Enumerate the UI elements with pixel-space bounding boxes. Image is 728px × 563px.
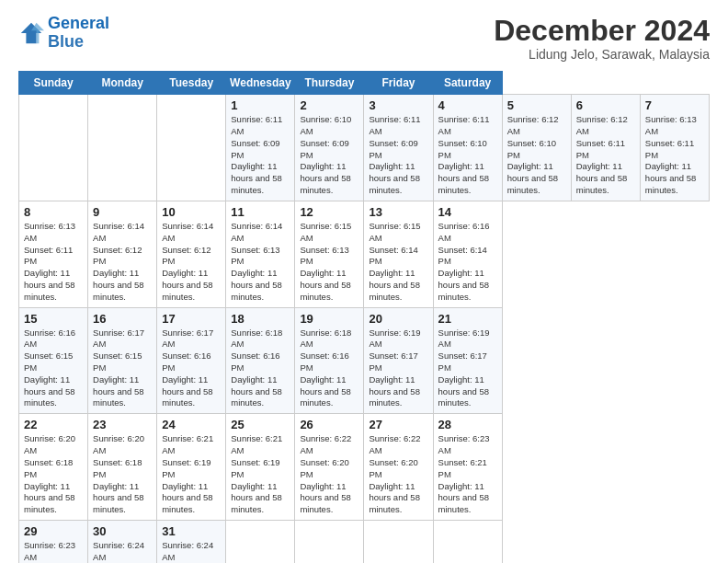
calendar-cell: 23 Sunrise: 6:20 AM Sunset: 6:18 PM Dayl… [88,414,157,521]
calendar-cell: 30 Sunrise: 6:24 AM Sunset: 6:22 PM Dayl… [88,520,157,563]
calendar-cell: 25 Sunrise: 6:21 AM Sunset: 6:19 PM Dayl… [226,414,295,521]
calendar-week-row: 1 Sunrise: 6:11 AM Sunset: 6:09 PM Dayli… [19,95,710,201]
day-info: Sunrise: 6:22 AM Sunset: 6:20 PM Dayligh… [300,433,358,516]
day-number: 6 [576,98,635,112]
calendar-cell: 29 Sunrise: 6:23 AM Sunset: 6:21 PM Dayl… [19,520,88,563]
day-number: 3 [369,98,427,112]
calendar-cell: 15 Sunrise: 6:16 AM Sunset: 6:15 PM Dayl… [19,307,88,414]
logo-text: General Blue [48,15,109,52]
day-number: 7 [645,98,704,112]
logo: General Blue [18,15,109,52]
calendar-cell: 14 Sunrise: 6:16 AM Sunset: 6:14 PM Dayl… [433,201,502,307]
calendar-cell: 3 Sunrise: 6:11 AM Sunset: 6:09 PM Dayli… [364,95,433,201]
day-number: 28 [438,418,497,431]
day-info: Sunrise: 6:24 AM Sunset: 6:22 PM Dayligh… [162,540,221,563]
calendar-cell: 18 Sunrise: 6:18 AM Sunset: 6:16 PM Dayl… [226,307,295,414]
day-info: Sunrise: 6:21 AM Sunset: 6:19 PM Dayligh… [231,433,290,516]
calendar-day-header: Thursday [295,72,364,95]
day-number: 14 [438,205,497,219]
day-info: Sunrise: 6:13 AM Sunset: 6:11 PM Dayligh… [645,114,704,197]
day-info: Sunrise: 6:19 AM Sunset: 6:17 PM Dayligh… [369,327,427,410]
calendar-cell [295,520,364,563]
day-info: Sunrise: 6:11 AM Sunset: 6:10 PM Dayligh… [438,114,497,197]
calendar-cell: 31 Sunrise: 6:24 AM Sunset: 6:22 PM Dayl… [157,520,226,563]
calendar-cell [88,95,157,201]
day-info: Sunrise: 6:19 AM Sunset: 6:17 PM Dayligh… [438,327,497,410]
calendar-day-header: Saturday [433,72,502,95]
calendar-cell: 11 Sunrise: 6:14 AM Sunset: 6:13 PM Dayl… [226,201,295,307]
day-info: Sunrise: 6:11 AM Sunset: 6:09 PM Dayligh… [369,114,427,197]
calendar-header-row: SundayMondayTuesdayWednesdayThursdayFrid… [19,72,710,95]
calendar-cell [433,520,502,563]
day-info: Sunrise: 6:21 AM Sunset: 6:19 PM Dayligh… [162,433,221,516]
day-number: 30 [93,524,152,538]
day-number: 24 [162,418,221,431]
day-info: Sunrise: 6:12 AM Sunset: 6:11 PM Dayligh… [576,114,635,197]
calendar-day-header: Wednesday [226,72,295,95]
calendar-cell: 9 Sunrise: 6:14 AM Sunset: 6:12 PM Dayli… [88,201,157,307]
calendar-cell [19,95,88,201]
calendar-day-header: Monday [88,72,157,95]
day-number: 10 [162,205,221,219]
day-number: 23 [93,418,152,431]
calendar-cell: 16 Sunrise: 6:17 AM Sunset: 6:15 PM Dayl… [88,307,157,414]
calendar-cell: 2 Sunrise: 6:10 AM Sunset: 6:09 PM Dayli… [295,95,364,201]
calendar-cell: 6 Sunrise: 6:12 AM Sunset: 6:11 PM Dayli… [571,95,640,201]
day-number: 12 [300,205,358,219]
day-number: 16 [93,312,152,326]
day-info: Sunrise: 6:16 AM Sunset: 6:15 PM Dayligh… [24,327,83,410]
day-info: Sunrise: 6:15 AM Sunset: 6:13 PM Dayligh… [300,221,358,304]
calendar-day-header: Tuesday [157,72,226,95]
calendar-cell: 19 Sunrise: 6:18 AM Sunset: 6:16 PM Dayl… [295,307,364,414]
calendar-cell: 27 Sunrise: 6:22 AM Sunset: 6:20 PM Dayl… [364,414,433,521]
day-info: Sunrise: 6:23 AM Sunset: 6:21 PM Dayligh… [438,433,497,516]
day-number: 1 [231,98,290,112]
day-info: Sunrise: 6:18 AM Sunset: 6:16 PM Dayligh… [300,327,358,410]
day-info: Sunrise: 6:23 AM Sunset: 6:21 PM Dayligh… [24,540,83,563]
day-number: 21 [438,312,497,326]
day-info: Sunrise: 6:20 AM Sunset: 6:18 PM Dayligh… [93,433,152,516]
day-number: 22 [24,418,83,431]
calendar-cell [364,520,433,563]
day-number: 29 [24,524,83,538]
day-number: 8 [24,205,83,219]
day-info: Sunrise: 6:12 AM Sunset: 6:10 PM Dayligh… [507,114,566,197]
calendar-cell: 7 Sunrise: 6:13 AM Sunset: 6:11 PM Dayli… [640,95,709,201]
calendar-cell: 10 Sunrise: 6:14 AM Sunset: 6:12 PM Dayl… [157,201,226,307]
calendar-cell: 5 Sunrise: 6:12 AM Sunset: 6:10 PM Dayli… [502,95,571,201]
day-info: Sunrise: 6:18 AM Sunset: 6:16 PM Dayligh… [231,327,290,410]
day-number: 11 [231,205,290,219]
calendar-week-row: 29 Sunrise: 6:23 AM Sunset: 6:21 PM Dayl… [19,520,710,563]
day-number: 9 [93,205,152,219]
calendar-week-row: 22 Sunrise: 6:20 AM Sunset: 6:18 PM Dayl… [19,414,710,521]
month-title: December 2024 [494,15,710,47]
day-number: 26 [300,418,358,431]
calendar-cell: 12 Sunrise: 6:15 AM Sunset: 6:13 PM Dayl… [295,201,364,307]
title-block: December 2024 Lidung Jelo, Sarawak, Mala… [494,15,710,62]
calendar-cell: 22 Sunrise: 6:20 AM Sunset: 6:18 PM Dayl… [19,414,88,521]
day-info: Sunrise: 6:22 AM Sunset: 6:20 PM Dayligh… [369,433,427,516]
calendar-cell [157,95,226,201]
calendar-week-row: 15 Sunrise: 6:16 AM Sunset: 6:15 PM Dayl… [19,307,710,414]
day-number: 25 [231,418,290,431]
calendar-cell: 8 Sunrise: 6:13 AM Sunset: 6:11 PM Dayli… [19,201,88,307]
day-number: 20 [369,312,427,326]
calendar-cell: 28 Sunrise: 6:23 AM Sunset: 6:21 PM Dayl… [433,414,502,521]
day-number: 17 [162,312,221,326]
day-info: Sunrise: 6:10 AM Sunset: 6:09 PM Dayligh… [300,114,358,197]
day-info: Sunrise: 6:16 AM Sunset: 6:14 PM Dayligh… [438,221,497,304]
calendar-cell: 4 Sunrise: 6:11 AM Sunset: 6:10 PM Dayli… [433,95,502,201]
day-info: Sunrise: 6:20 AM Sunset: 6:18 PM Dayligh… [24,433,83,516]
day-number: 27 [369,418,427,431]
calendar-cell [226,520,295,563]
logo-line1: General [48,14,109,32]
day-number: 19 [300,312,358,326]
logo-icon [18,20,44,46]
calendar-cell: 20 Sunrise: 6:19 AM Sunset: 6:17 PM Dayl… [364,307,433,414]
calendar-cell: 21 Sunrise: 6:19 AM Sunset: 6:17 PM Dayl… [433,307,502,414]
calendar-cell: 24 Sunrise: 6:21 AM Sunset: 6:19 PM Dayl… [157,414,226,521]
day-info: Sunrise: 6:17 AM Sunset: 6:16 PM Dayligh… [162,327,221,410]
location: Lidung Jelo, Sarawak, Malaysia [494,47,710,62]
day-info: Sunrise: 6:13 AM Sunset: 6:11 PM Dayligh… [24,221,83,304]
logo-line2: Blue [48,32,84,51]
